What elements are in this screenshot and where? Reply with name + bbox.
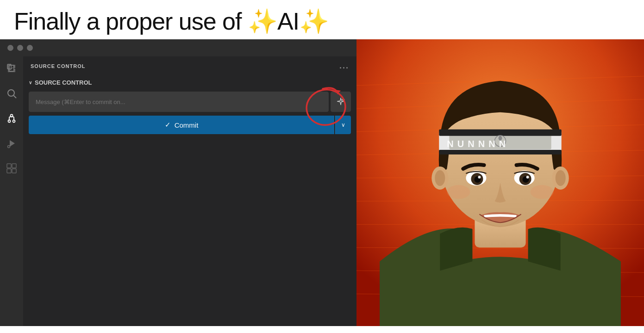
content-area: SOURCE CONTROL ... ∨ SOURCE CONTROL: [0, 39, 644, 326]
commit-message-input[interactable]: [29, 92, 329, 112]
commit-dropdown-button[interactable]: ∨: [335, 116, 351, 134]
vscode-panel: SOURCE CONTROL ... ∨ SOURCE CONTROL: [0, 39, 356, 326]
title-prefix: Finally a proper use of: [14, 8, 248, 35]
svg-point-46: [556, 170, 566, 186]
activity-icon-source-control[interactable]: [3, 110, 20, 127]
traffic-lights: [0, 39, 356, 56]
svg-rect-11: [12, 164, 16, 168]
source-control-header: SOURCE CONTROL ...: [23, 56, 356, 75]
svg-rect-12: [7, 169, 11, 173]
svg-point-42: [526, 176, 529, 179]
source-control-section: ∨ SOURCE CONTROL: [23, 75, 356, 142]
ai-text: AI: [277, 8, 299, 35]
ai-generate-button[interactable]: [331, 92, 351, 112]
sparkle1: ✨: [248, 8, 277, 35]
svg-point-2: [8, 90, 14, 96]
anime-character-svg: NUNNNN: [356, 39, 644, 326]
svg-point-4: [8, 120, 11, 123]
activity-bar: [0, 56, 23, 326]
commit-checkmark: ✓: [165, 121, 171, 129]
source-control-more-actions[interactable]: ...: [339, 61, 349, 71]
source-control-title: SOURCE CONTROL: [31, 63, 86, 69]
svg-rect-10: [7, 164, 11, 168]
sc-section-label: SOURCE CONTROL: [35, 79, 92, 86]
commit-label: Commit: [175, 121, 199, 129]
chevron-down-icon: ∨: [341, 122, 345, 128]
svg-point-41: [478, 176, 481, 179]
svg-point-5: [13, 120, 15, 123]
page-title: Finally a proper use of ✨AI✨: [0, 0, 644, 39]
anime-panel: NUNNNN: [356, 39, 644, 326]
svg-point-48: [531, 185, 554, 199]
commit-message-row: [29, 92, 351, 112]
activity-icon-search[interactable]: [3, 85, 20, 102]
commit-button-row: ✓ Commit ∨: [29, 116, 351, 134]
svg-point-9: [8, 146, 10, 148]
svg-point-47: [447, 185, 470, 199]
sparkle-icon: [336, 97, 345, 106]
activity-icon-run-debug[interactable]: [3, 135, 20, 152]
activity-icon-extensions[interactable]: [3, 160, 20, 177]
svg-line-3: [14, 96, 17, 99]
traffic-light-minimize[interactable]: [17, 45, 23, 51]
vscode-body: SOURCE CONTROL ... ∨ SOURCE CONTROL: [0, 56, 356, 326]
svg-rect-32: [439, 150, 561, 154]
source-control-panel: SOURCE CONTROL ... ∨ SOURCE CONTROL: [23, 56, 356, 326]
sparkle2: ✨: [299, 8, 329, 35]
svg-rect-13: [12, 169, 16, 173]
activity-icon-explorer[interactable]: [3, 60, 20, 77]
sc-section-header[interactable]: ∨ SOURCE CONTROL: [29, 79, 351, 86]
svg-text:NUNNNN: NUNNNN: [447, 139, 509, 149]
svg-rect-31: [439, 130, 561, 136]
traffic-light-maximize[interactable]: [27, 45, 33, 51]
chevron-down-icon: ∨: [29, 80, 32, 85]
svg-point-44: [435, 170, 445, 186]
commit-button[interactable]: ✓ Commit: [29, 116, 334, 134]
traffic-light-close[interactable]: [7, 45, 13, 51]
